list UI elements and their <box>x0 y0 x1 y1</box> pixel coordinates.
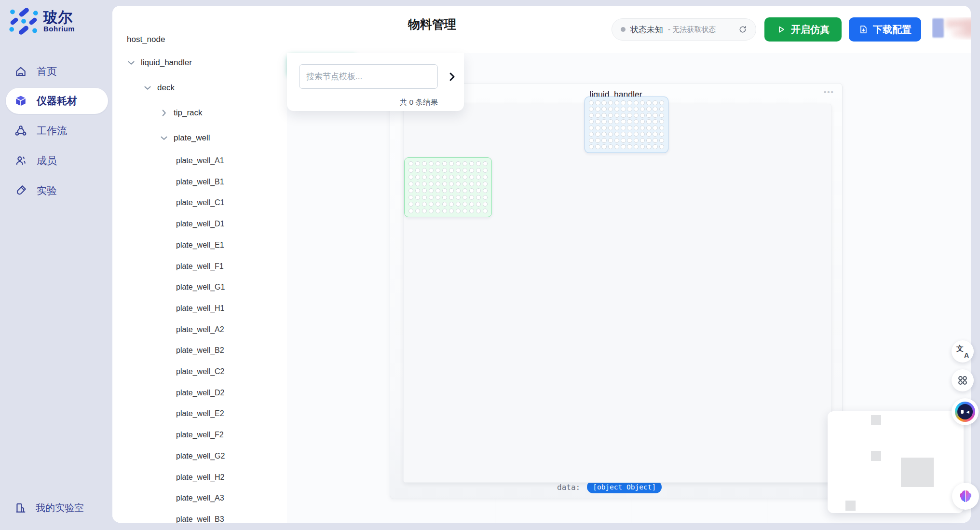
well <box>634 144 639 150</box>
robot-icon: ◂ <box>955 402 975 422</box>
translate-icon: 文A <box>956 345 969 358</box>
download-config-button[interactable]: 下载配置 <box>849 17 921 42</box>
well <box>621 107 626 112</box>
tree-node-plate_well_G1[interactable]: plate_well_G1 <box>176 281 225 293</box>
chevron-down-icon[interactable] <box>159 133 169 143</box>
tree-node-plate_well_C1[interactable]: plate_well_C1 <box>176 196 225 209</box>
sidebar-item-1[interactable]: 首页 <box>6 58 108 84</box>
logo-subtitle: Bohrium <box>43 25 75 33</box>
plate-well-plate[interactable] <box>404 157 492 217</box>
chevron-right-icon <box>446 71 458 83</box>
well <box>634 126 639 131</box>
tree-node-plate_well_D2[interactable]: plate_well_D2 <box>176 387 225 399</box>
well <box>483 202 488 207</box>
well <box>595 144 600 150</box>
redacted-user-info <box>932 17 971 40</box>
tree-node-host_node[interactable]: host_node <box>127 33 165 46</box>
well <box>456 209 461 214</box>
minimap[interactable] <box>828 411 964 513</box>
well <box>429 209 434 214</box>
tree-node-plate_well_H2[interactable]: plate_well_H2 <box>176 471 225 484</box>
refresh-icon[interactable] <box>738 25 747 34</box>
sidebar-item-3[interactable]: 工作流 <box>6 118 108 144</box>
experiment-icon <box>14 184 27 197</box>
sidebar-item-4[interactable]: 成员 <box>6 148 108 174</box>
tree-node-label: plate_well_F1 <box>176 262 224 271</box>
tree-node-deck[interactable]: deck <box>142 82 175 94</box>
chevron-down-icon[interactable] <box>126 57 136 68</box>
well <box>456 175 461 180</box>
well <box>621 126 626 131</box>
tree-node-tip_rack[interactable]: tip_rack <box>159 107 203 119</box>
chevron-down-icon[interactable] <box>142 83 153 93</box>
well <box>463 188 468 194</box>
tree-node-plate_well_A3[interactable]: plate_well_A3 <box>176 492 224 504</box>
well <box>614 144 620 150</box>
well <box>408 209 414 214</box>
chevron-right-icon[interactable] <box>159 108 169 118</box>
well <box>442 195 448 200</box>
well <box>408 168 414 173</box>
well <box>595 119 600 125</box>
workflow-icon <box>14 125 27 137</box>
search-input[interactable] <box>299 64 438 89</box>
well <box>436 202 441 207</box>
well <box>429 175 434 180</box>
search-result-count: 共 0 条结果 <box>400 98 438 108</box>
well <box>415 188 421 194</box>
tip-rack-plate[interactable] <box>585 97 668 153</box>
tree-node-plate_well_F1[interactable]: plate_well_F1 <box>176 260 224 273</box>
well <box>646 100 652 106</box>
well <box>601 144 607 150</box>
sidebar-item-my-lab[interactable]: 我的实验室 <box>6 495 108 521</box>
status-badge: 状态未知 - 无法获取状态 <box>612 18 756 41</box>
node-tree-panel: host_nodeliquid_handlerdecktip_rackplate… <box>112 6 287 523</box>
tree-node-plate_well_F2[interactable]: plate_well_F2 <box>176 429 224 441</box>
well <box>614 132 620 137</box>
collapse-panel-button[interactable] <box>446 70 459 83</box>
well <box>653 126 658 131</box>
well <box>442 175 448 180</box>
well <box>429 181 434 187</box>
tree-node-plate_well[interactable]: plate_well <box>159 132 210 144</box>
tree-node-plate_well_A2[interactable]: plate_well_A2 <box>176 323 224 336</box>
well <box>608 113 613 118</box>
well <box>614 138 620 143</box>
well <box>456 161 461 167</box>
tree-node-plate_well_H1[interactable]: plate_well_H1 <box>176 302 225 315</box>
assistant-robot-button[interactable]: ◂ <box>952 398 979 425</box>
start-simulation-button[interactable]: 开启仿真 <box>764 17 842 42</box>
apps-button[interactable] <box>952 369 974 391</box>
sidebar-item-label: 仪器耗材 <box>37 94 77 108</box>
tree-node-plate_well_A1[interactable]: plate_well_A1 <box>176 154 224 167</box>
logo-title: 玻尔 <box>43 10 75 25</box>
tree-node-plate_well_E2[interactable]: plate_well_E2 <box>176 407 224 420</box>
tree-node-plate_well_G2[interactable]: plate_well_G2 <box>176 450 225 462</box>
well <box>640 138 645 143</box>
well <box>408 202 414 207</box>
well <box>463 161 468 167</box>
bohrium-logo[interactable]: 玻尔 Bohrium <box>9 6 110 37</box>
tree-node-plate_well_B1[interactable]: plate_well_B1 <box>176 176 224 188</box>
sidebar-item-2[interactable]: 仪器耗材 <box>6 88 108 114</box>
tree-node-liquid_handler[interactable]: liquid_handler <box>126 56 192 69</box>
tree-node-plate_well_B2[interactable]: plate_well_B2 <box>176 344 224 357</box>
well <box>659 113 665 118</box>
well <box>415 195 421 200</box>
translate-button[interactable]: 文A <box>952 340 974 363</box>
well <box>640 107 645 112</box>
node-menu-icon[interactable]: ••• <box>819 88 839 96</box>
well <box>653 119 658 125</box>
tree-node-plate_well_D1[interactable]: plate_well_D1 <box>176 218 225 230</box>
well <box>608 144 613 150</box>
tree-node-plate_well_B3[interactable]: plate_well_B3 <box>176 513 224 523</box>
well <box>659 126 665 131</box>
sidebar-item-label: 首页 <box>37 65 57 78</box>
tree-node-plate_well_E1[interactable]: plate_well_E1 <box>176 239 224 251</box>
well <box>589 144 594 150</box>
data-label: data: <box>557 483 580 492</box>
well <box>436 168 441 173</box>
ai-brain-button[interactable] <box>952 483 979 510</box>
tree-node-plate_well_C2[interactable]: plate_well_C2 <box>176 365 225 378</box>
sidebar-item-5[interactable]: 实验 <box>6 178 108 204</box>
